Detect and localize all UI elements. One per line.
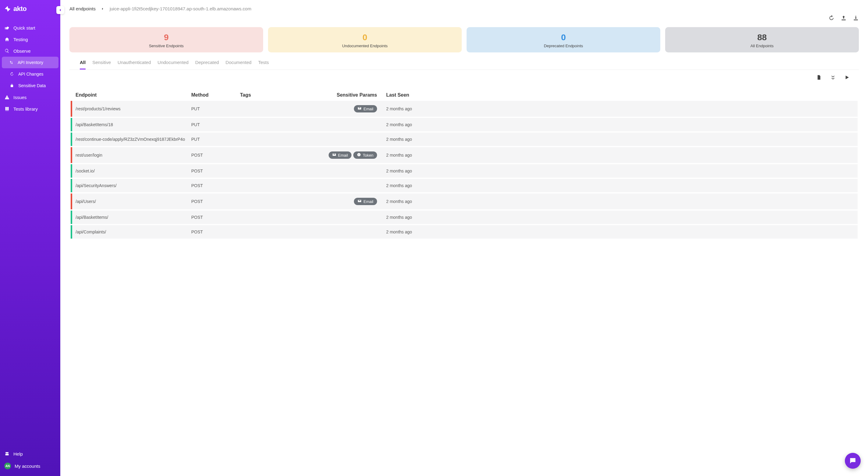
sidebar-item-label: Testing [13,37,28,42]
run-button[interactable] [844,75,850,81]
table-row[interactable]: /rest/products/1/reviewsPUTEmail2 months… [71,101,858,118]
main-content: All endpoints juice-appli-1fi2t5cedjkey-… [60,0,868,476]
sensitive-chip-token[interactable]: Token [353,151,377,159]
download-button[interactable] [853,15,859,22]
method-cell: POST [191,153,240,157]
info-icon [357,153,361,157]
sidebar-item-quick-start[interactable]: Quick start [0,22,60,33]
method-cell: POST [191,230,240,234]
sidebar-collapse-button[interactable] [56,6,64,14]
summary-card-pink[interactable]: 9Sensitive Endpoints [69,27,263,52]
tab-tests[interactable]: Tests [258,60,269,69]
sensitive-chip-email[interactable]: Email [329,151,352,159]
breadcrumb: All endpoints juice-appli-1fi2t5cedjkey-… [60,0,868,14]
sidebar-item-observe[interactable]: Observe [0,45,60,57]
table-row[interactable]: /api/BasketItems/POST2 months ago [71,211,858,225]
sidebar-item-label: API Changes [18,71,43,77]
endpoint-cell: /socket.io/ [75,169,191,173]
severity-bar [71,147,72,163]
seen-cell: 2 months ago [386,122,853,127]
summary-card-blue[interactable]: 0Deprecated Endpoints [467,27,660,52]
tab-documented[interactable]: Documented [226,60,252,69]
severity-bar [71,211,72,224]
table-actions [60,70,868,83]
tab-undocumented[interactable]: Undocumented [157,60,188,69]
endpoint-cell: /api/Complaints/ [75,230,191,234]
summary-card-label: Deprecated Endpoints [470,43,657,48]
col-sensitive[interactable]: Sensitive Params [307,92,386,98]
method-cell: PUT [191,106,240,111]
endpoint-cell: /api/BasketItems/18 [75,122,191,127]
sidebar-item-label: Observe [13,49,31,54]
shop-icon [4,451,10,456]
summary-card-label: Sensitive Endpoints [72,43,260,48]
sidebar-account[interactable]: AN My accounts [0,459,60,472]
intercom-launcher[interactable] [845,453,861,469]
col-tags[interactable]: Tags [240,92,307,98]
severity-bar [71,179,72,192]
sidebar-account-label: My accounts [14,464,40,469]
sidebar-help-label: Help [13,451,23,456]
method-cell: POST [191,199,240,204]
endpoint-cell: /rest/products/1/reviews [75,106,191,111]
tab-sensitive[interactable]: Sensitive [92,60,111,69]
severity-bar [71,194,72,209]
table-row[interactable]: /api/Complaints/POST2 months ago [71,225,858,240]
sensitive-chip-email[interactable]: Email [354,198,377,205]
table-row[interactable]: rest/user/loginPOSTEmailToken2 months ag… [71,147,858,164]
table-row[interactable]: /socket.io/POST2 months ago [71,164,858,179]
sensitive-cell: Email [307,198,386,205]
table-row[interactable]: /api/BasketItems/18PUT2 months ago [71,118,858,132]
sidebar-item-issues[interactable]: Issues [0,91,60,103]
sidebar-help[interactable]: Help [0,448,60,459]
svg-rect-2 [359,154,359,154]
breadcrumb-root[interactable]: All endpoints [69,6,96,11]
method-cell: POST [191,215,240,220]
sidebar-item-api-inventory[interactable]: API Inventory [2,57,59,68]
chip-label: Email [338,153,348,157]
severity-bar [71,164,72,178]
avatar: AN [4,463,11,469]
table-row[interactable]: /api/SecurityAnswers/POST2 months ago [71,179,858,194]
method-cell: PUT [191,122,240,127]
tab-unauthenticated[interactable]: Unauthenticated [118,60,151,69]
endpoint-cell: /api/SecurityAnswers/ [75,183,191,188]
col-method[interactable]: Method [191,92,240,98]
col-endpoint[interactable]: Endpoint [75,92,191,98]
brand[interactable]: akto [0,0,60,16]
table-row[interactable]: /rest/continue-code/apply/RZ3zZVmOnexqj9… [71,132,858,147]
chevron-right-icon [101,6,104,11]
sidebar-item-label: Quick start [13,25,35,30]
chip-label: Email [363,107,373,111]
endpoint-cell: rest/user/login [75,153,191,157]
tab-deprecated[interactable]: Deprecated [195,60,219,69]
summary-card-label: All Endpoints [668,43,856,48]
expand-all-button[interactable] [830,75,836,81]
summary-card-value: 88 [668,33,856,42]
sidebar-nav: Quick startTestingObserveAPI InventoryAP… [0,22,60,448]
severity-bar [71,118,72,131]
seen-cell: 2 months ago [386,183,853,188]
endpoint-cell: /api/BasketItems/ [75,215,191,220]
sidebar-item-api-changes[interactable]: API Changes [0,68,60,80]
breadcrumb-current: juice-appli-1fi2t5cedjkey-1701018947.ap-… [110,6,251,11]
seen-cell: 2 months ago [386,137,853,142]
sensitive-chip-email[interactable]: Email [354,105,377,113]
col-seen[interactable]: Last Seen [386,92,853,98]
endpoints-table: Endpoint Method Tags Sensitive Params La… [60,83,868,240]
table-row[interactable]: /api/Users/POSTEmail2 months ago [71,194,858,211]
refresh-icon [9,71,14,77]
seen-cell: 2 months ago [386,106,853,111]
upload-button[interactable] [841,15,847,22]
sidebar-item-testing[interactable]: Testing [0,33,60,45]
sidebar-item-label: Tests library [13,106,38,112]
export-csv-button[interactable] [816,75,822,81]
sidebar-item-label: Issues [13,95,27,100]
summary-card-yellow[interactable]: 0Undocumented Endpoints [268,27,462,52]
summary-card-value: 9 [72,33,260,42]
refresh-button[interactable] [828,15,835,22]
sidebar-item-tests-library[interactable]: Tests library [0,103,60,115]
sidebar-item-sensitive-data[interactable]: Sensitive Data [0,80,60,91]
tab-all[interactable]: All [80,60,86,69]
summary-card-grey[interactable]: 88All Endpoints [665,27,859,52]
